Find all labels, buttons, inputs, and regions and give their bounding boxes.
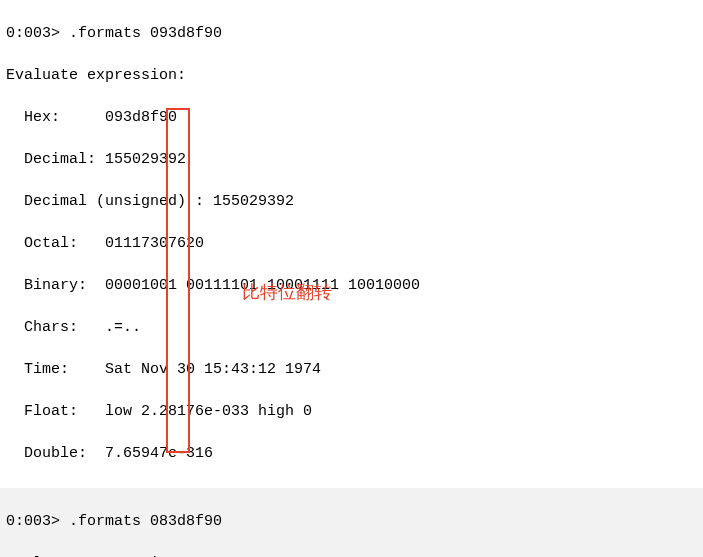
eval-header: Evaluate expression: — [6, 553, 697, 557]
binary-line: Binary: 00001001 00111101 10001111 10010… — [6, 275, 697, 296]
hex-line: Hex: 093d8f90 — [6, 107, 697, 128]
decimal-line: Decimal: 155029392 — [6, 149, 697, 170]
eval-header: Evaluate expression: — [6, 65, 697, 86]
octal-line: Octal: 01117307620 — [6, 233, 697, 254]
decimal-unsigned-line: Decimal (unsigned) : 155029392 — [6, 191, 697, 212]
double-line: Double: 7.65947e-316 — [6, 443, 697, 464]
output-block-1: 0:003> .formats 093d8f90 Evaluate expres… — [0, 0, 703, 488]
prompt-line: 0:003> .formats 093d8f90 — [6, 23, 697, 44]
time-line: Time: Sat Nov 30 15:43:12 1974 — [6, 359, 697, 380]
prompt-line: 0:003> .formats 083d8f90 — [6, 511, 697, 532]
chars-line: Chars: .=.. — [6, 317, 697, 338]
float-line: Float: low 2.28176e-033 high 0 — [6, 401, 697, 422]
output-block-2: 0:003> .formats 083d8f90 Evaluate expres… — [0, 488, 703, 557]
